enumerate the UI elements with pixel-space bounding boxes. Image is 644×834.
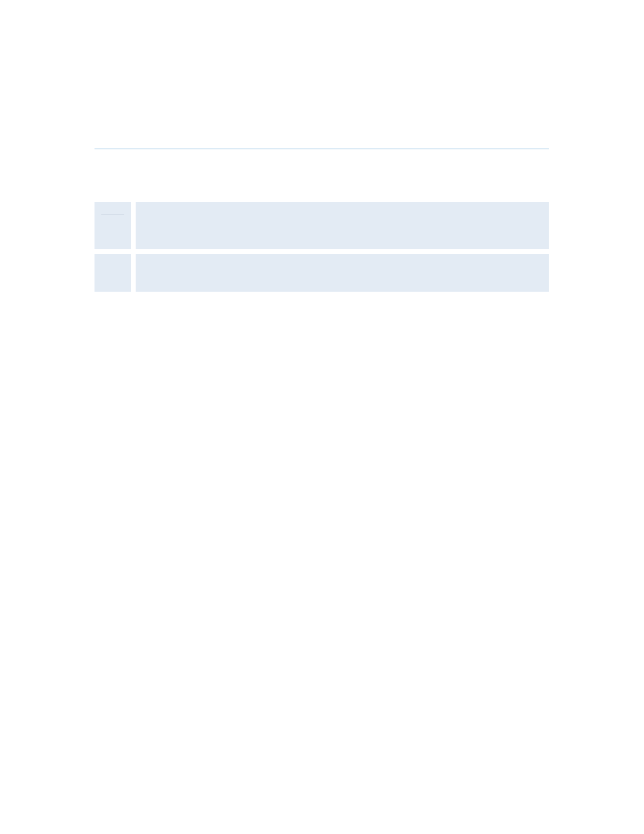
table-cell-right xyxy=(136,202,549,249)
table-cell-right xyxy=(136,254,549,292)
document-content xyxy=(95,149,549,296)
table-cell-left xyxy=(95,202,131,249)
table-row xyxy=(95,202,549,249)
table-row xyxy=(95,254,549,292)
table-cell-left xyxy=(95,254,131,292)
horizontal-divider xyxy=(95,149,549,149)
